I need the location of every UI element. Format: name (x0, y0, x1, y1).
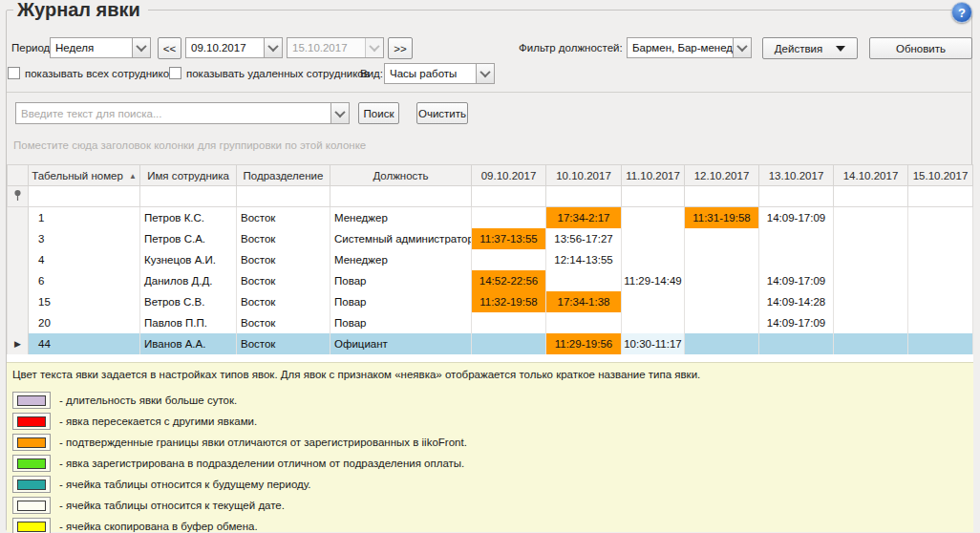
chevron-down-icon[interactable] (330, 103, 349, 123)
attendance-cell[interactable]: 17:34-1:38 (546, 291, 622, 312)
department-cell[interactable]: Восток (237, 270, 330, 291)
filter-cell[interactable] (237, 186, 330, 207)
position-cell[interactable]: Менеджер (330, 207, 472, 229)
help-icon[interactable]: ? (951, 2, 972, 23)
position-cell[interactable]: Официант (330, 333, 472, 354)
attendance-cell[interactable] (472, 312, 546, 333)
employee-row[interactable]: 4Кузнецов А.И.ВостокМенеджер12:14-13:55 (8, 249, 973, 270)
employee-id-cell[interactable]: 15 (29, 291, 140, 312)
period-select[interactable]: Неделя (50, 37, 151, 58)
attendance-cell[interactable] (908, 249, 973, 270)
attendance-cell[interactable] (834, 312, 908, 333)
position-cell[interactable]: Повар (330, 312, 472, 333)
attendance-cell[interactable] (622, 249, 685, 270)
attendance-cell[interactable]: 13:56-17:27 (546, 228, 622, 249)
employee-row[interactable]: 6Данилов Д.Д.ВостокПовар14:52-22:5611:29… (8, 270, 973, 291)
attendance-cell[interactable]: 11:29-14:49 (622, 270, 685, 291)
position-cell[interactable]: Повар (330, 291, 472, 312)
attendance-cell[interactable] (908, 333, 973, 354)
attendance-cell[interactable]: 14:09-17:09 (759, 312, 834, 333)
chevron-down-icon[interactable] (733, 38, 751, 57)
date-from-select[interactable]: 09.10.2017 (185, 37, 283, 58)
department-cell[interactable]: Восток (237, 228, 330, 249)
attendance-cell[interactable]: 14:52-22:56 (472, 270, 546, 291)
employee-id-cell[interactable]: 6 (29, 270, 140, 291)
attendance-cell[interactable] (622, 291, 685, 312)
attendance-cell[interactable] (759, 228, 834, 249)
attendance-cell[interactable] (834, 249, 908, 270)
position-cell[interactable]: Повар (330, 270, 472, 291)
filter-cell[interactable] (759, 186, 834, 207)
employee-id-cell[interactable]: 44 (29, 333, 140, 354)
clear-search-button[interactable]: Очистить (416, 102, 468, 124)
search-input[interactable] (16, 103, 330, 123)
actions-button[interactable]: Действия (762, 37, 858, 59)
attendance-cell[interactable] (908, 291, 973, 312)
chevron-down-icon[interactable] (132, 38, 150, 57)
column-header[interactable]: 13.10.2017 (759, 165, 834, 186)
column-header[interactable]: Подразделение (237, 165, 330, 186)
attendance-cell[interactable]: 14:09-14:28 (759, 291, 834, 312)
chevron-down-icon[interactable] (264, 38, 282, 57)
attendance-cell[interactable]: 11:32-19:58 (472, 291, 546, 312)
chevron-down-icon[interactable] (476, 64, 494, 83)
attendance-cell[interactable] (834, 291, 908, 312)
attendance-cell[interactable] (472, 333, 546, 354)
attendance-cell[interactable]: 14:09-17:09 (759, 207, 834, 229)
department-cell[interactable]: Восток (237, 291, 330, 312)
position-cell[interactable]: Системный администратор (330, 228, 472, 249)
column-header[interactable]: Имя сотрудника (140, 165, 237, 186)
department-cell[interactable]: Восток (237, 249, 330, 270)
employee-name-cell[interactable]: Иванов А.А. (140, 333, 237, 354)
attendance-cell[interactable]: 17:34-2:17 (546, 207, 622, 229)
attendance-cell[interactable] (622, 207, 685, 229)
next-period-button[interactable]: >> (388, 37, 413, 59)
filter-cell[interactable] (330, 186, 472, 207)
attendance-cell[interactable] (834, 270, 908, 291)
attendance-cell[interactable] (834, 207, 908, 229)
employee-id-cell[interactable]: 20 (29, 312, 140, 333)
prev-period-button[interactable]: << (158, 37, 181, 59)
attendance-cell[interactable] (685, 228, 759, 249)
positions-filter-select[interactable]: Бармен, Бар-менед... (627, 37, 752, 58)
view-select[interactable]: Часы работы (384, 63, 495, 84)
employee-row[interactable]: 1Петров К.С.ВостокМенеджер17:34-2:1711:3… (8, 207, 973, 229)
employee-row[interactable]: 20Павлов П.П.ВостокПовар14:09-17:09 (8, 312, 973, 333)
column-header[interactable]: 11.10.2017 (622, 165, 685, 186)
refresh-button[interactable]: Обновить (869, 37, 972, 59)
filter-cell[interactable] (546, 186, 622, 207)
filter-cell[interactable] (140, 186, 237, 207)
employee-row[interactable]: 3Петров С.А.ВостокСистемный администрато… (8, 228, 973, 249)
attendance-cell[interactable] (685, 291, 759, 312)
attendance-cell[interactable]: 11:29-19:56 (546, 333, 622, 354)
attendance-cell[interactable] (908, 207, 973, 229)
employee-id-cell[interactable]: 3 (29, 228, 140, 249)
employee-row[interactable]: ▶44Иванов А.А.ВостокОфициант11:29-19:561… (8, 333, 973, 354)
employee-name-cell[interactable]: Петров К.С. (140, 207, 237, 229)
filter-cell[interactable] (685, 186, 759, 207)
attendance-cell[interactable] (472, 249, 546, 270)
show-all-employees-checkbox[interactable] (8, 67, 20, 79)
department-cell[interactable]: Восток (237, 207, 330, 229)
search-button[interactable]: Поиск (358, 102, 399, 124)
employee-name-cell[interactable]: Павлов П.П. (140, 312, 237, 333)
attendance-cell[interactable] (908, 312, 973, 333)
attendance-cell[interactable] (622, 228, 685, 249)
column-header[interactable]: 10.10.2017 (546, 165, 622, 186)
show-deleted-employees-checkbox[interactable] (169, 67, 181, 79)
group-by-hint[interactable]: Поместите сюда заголовок колонки для гру… (13, 139, 366, 151)
department-cell[interactable]: Восток (237, 312, 330, 333)
filter-cell[interactable] (472, 186, 546, 207)
search-combo[interactable] (15, 102, 350, 124)
attendance-cell[interactable]: 12:14-13:55 (546, 249, 622, 270)
employee-name-cell[interactable]: Кузнецов А.И. (140, 249, 237, 270)
attendance-cell[interactable] (472, 207, 546, 229)
attendance-cell[interactable] (622, 312, 685, 333)
attendance-cell[interactable] (834, 228, 908, 249)
attendance-cell[interactable] (685, 312, 759, 333)
attendance-cell[interactable] (685, 333, 759, 354)
attendance-cell[interactable] (908, 270, 973, 291)
column-header[interactable]: Табельный номер▲ (29, 165, 140, 186)
attendance-cell[interactable]: 11:31-19:58 (685, 207, 759, 229)
attendance-cell[interactable] (908, 228, 973, 249)
